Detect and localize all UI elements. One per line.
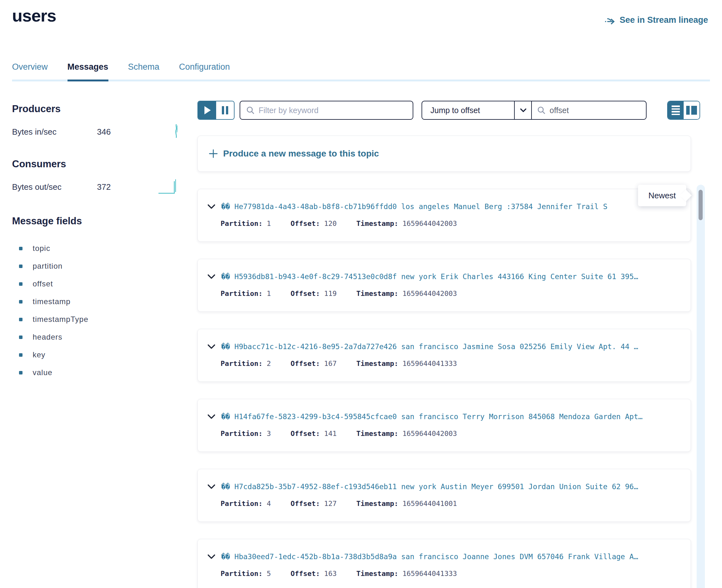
message-meta: Partition:4 Offset:127 Timestamp:1659644… — [221, 500, 681, 507]
chevron-down-icon[interactable] — [207, 204, 215, 209]
list-view-button[interactable] — [668, 101, 684, 119]
list-view-icon — [672, 105, 680, 115]
bytes-out-value: 372 — [97, 182, 110, 192]
message-card[interactable]: �� H9bacc71c-b12c-4216-8e95-2a7da727e426… — [198, 329, 691, 382]
message-card[interactable]: �� H5936db81-b943-4e0f-8c29-74513e0c0d8f… — [198, 259, 691, 312]
message-meta: Partition:1 Offset:120 Timestamp:1659644… — [221, 219, 681, 228]
chevron-down-icon[interactable] — [207, 484, 215, 489]
message-meta: Partition:3 Offset:141 Timestamp:1659644… — [221, 429, 681, 438]
field-bullet-icon — [19, 318, 22, 321]
field-bullet-icon — [19, 282, 22, 286]
bytes-out-label: Bytes out/sec — [12, 182, 97, 192]
field-item-timestampType[interactable]: timestampType — [12, 311, 180, 328]
dropdown-chevron[interactable] — [514, 101, 532, 119]
message-key: �� Hba30eed7-1edc-452b-8b1a-738d3b5d8a9a… — [221, 552, 638, 561]
message-key: �� He77981da-4a43-48ab-b8f8-cb71b96ffdd0… — [221, 203, 607, 211]
producers-heading: Producers — [12, 103, 180, 115]
split-view-button[interactable] — [684, 101, 700, 119]
field-item-topic[interactable]: topic — [12, 239, 180, 257]
field-bullet-icon — [19, 300, 22, 303]
consumers-heading: Consumers — [12, 159, 180, 170]
split-view-icon — [686, 106, 697, 115]
tab-bar: Overview Messages Schema Configuration — [12, 62, 710, 81]
jump-to-offset-dropdown[interactable]: Jump to offset — [421, 101, 533, 120]
tab-schema[interactable]: Schema — [128, 62, 160, 81]
tab-overview[interactable]: Overview — [12, 62, 48, 81]
filter-keyword-input[interactable] — [259, 106, 407, 115]
plus-icon — [209, 149, 218, 159]
offset-search-container — [531, 101, 646, 120]
message-meta: Partition:2 Offset:167 Timestamp:1659644… — [221, 360, 681, 368]
jump-to-offset-label: Jump to offset — [422, 101, 514, 119]
view-mode-toggle — [667, 101, 700, 120]
chevron-down-icon[interactable] — [207, 554, 215, 559]
message-key: �� H14fa67fe-5823-4299-b3c4-595845cfcae0… — [221, 413, 642, 421]
messages-toolbar: Jump to offset — [198, 101, 705, 120]
play-button[interactable] — [198, 101, 216, 119]
bytes-out-sparkline — [158, 178, 180, 195]
field-bullet-icon — [19, 336, 22, 339]
stream-lineage-icon — [604, 16, 616, 24]
produce-message-label: Produce a new message to this topic — [223, 149, 379, 159]
search-icon — [246, 106, 255, 115]
field-item-headers[interactable]: headers — [12, 328, 180, 346]
stream-lineage-link[interactable]: See in Stream lineage — [604, 15, 708, 25]
search-icon — [537, 106, 546, 115]
field-bullet-icon — [19, 247, 22, 250]
bytes-in-label: Bytes in/sec — [12, 127, 97, 137]
field-item-offset[interactable]: offset — [12, 275, 180, 293]
pause-button[interactable] — [216, 101, 234, 119]
offset-search-input[interactable] — [550, 106, 652, 115]
filter-input-container — [240, 101, 413, 120]
sidebar: Producers Bytes in/sec 346 Consumers Byt… — [12, 103, 180, 381]
field-item-value[interactable]: value — [12, 364, 180, 381]
play-pause-toggle — [198, 101, 234, 120]
message-key: �� H5936db81-b943-4e0f-8c29-74513e0c0d8f… — [221, 272, 638, 281]
messages-panel: Jump to offset — [198, 101, 705, 588]
field-bullet-icon — [19, 371, 22, 375]
producers-metric-row: Bytes in/sec 346 — [12, 124, 180, 140]
field-item-timestamp[interactable]: timestamp — [12, 293, 180, 311]
tab-configuration[interactable]: Configuration — [179, 62, 230, 81]
message-card[interactable]: �� Hba30eed7-1edc-452b-8b1a-738d3b5d8a9a… — [198, 539, 691, 588]
message-card[interactable]: �� H14fa67fe-5823-4299-b3c4-595845cfcae0… — [198, 399, 691, 452]
produce-message-button[interactable]: Produce a new message to this topic — [198, 135, 691, 172]
message-key: �� H9bacc71c-b12c-4216-8e95-2a7da727e426… — [221, 342, 638, 351]
page-title: users — [12, 6, 56, 25]
play-icon — [204, 106, 211, 114]
message-fields-heading: Message fields — [12, 215, 180, 227]
message-card[interactable]: �� He77981da-4a43-48ab-b8f8-cb71b96ffdd0… — [198, 189, 691, 242]
field-bullet-icon — [19, 265, 22, 268]
messages-scrollbar-track[interactable] — [697, 185, 705, 588]
field-bullet-icon — [19, 353, 22, 357]
message-fields-list: topic partition offset timestamp timesta… — [12, 239, 180, 381]
field-item-partition[interactable]: partition — [12, 257, 180, 275]
newest-tooltip-label: Newest — [648, 191, 676, 201]
newest-tooltip: Newest — [638, 185, 686, 206]
message-key: �� H7cda825b-35b7-4952-88ef-c193d546eb11… — [221, 483, 638, 491]
bytes-in-sparkline — [172, 123, 180, 139]
consumers-metric-row: Bytes out/sec 372 — [12, 179, 180, 194]
message-card[interactable]: �� H7cda825b-35b7-4952-88ef-c193d546eb11… — [198, 469, 691, 522]
stream-lineage-label: See in Stream lineage — [620, 15, 708, 25]
bytes-in-value: 346 — [97, 127, 110, 137]
tab-messages[interactable]: Messages — [67, 62, 108, 81]
chevron-down-icon[interactable] — [207, 344, 215, 349]
chevron-down-icon — [520, 108, 527, 112]
messages-scrollbar-thumb[interactable] — [699, 190, 703, 220]
pause-icon — [222, 106, 228, 114]
field-item-key[interactable]: key — [12, 346, 180, 364]
message-meta: Partition:1 Offset:119 Timestamp:1659644… — [221, 290, 681, 297]
chevron-down-icon[interactable] — [207, 274, 215, 279]
chevron-down-icon[interactable] — [207, 414, 215, 419]
message-meta: Partition:5 Offset:163 Timestamp:1659644… — [221, 570, 681, 578]
